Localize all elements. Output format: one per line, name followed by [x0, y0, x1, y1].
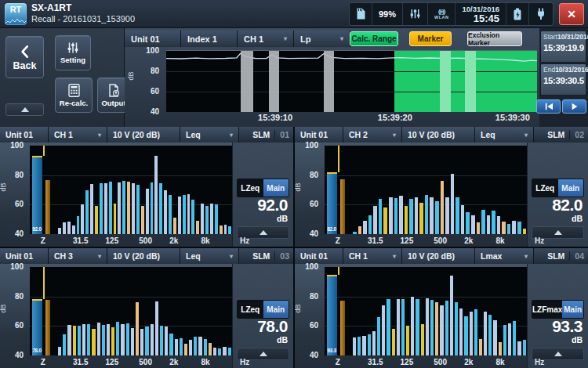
back-button[interactable]: Back — [5, 36, 44, 78]
quantity-value: Lp — [300, 34, 310, 44]
frequency-tick: 125 — [106, 358, 119, 366]
frequency-tick: 8k — [201, 358, 209, 366]
quantity-value: Leq — [186, 130, 201, 139]
frequency-tick: 125 — [401, 236, 414, 245]
spectrum-bar — [145, 327, 148, 355]
channel-dropdown[interactable]: CH 1 ▾ — [343, 248, 402, 264]
quantity-dropdown[interactable]: Leq ▾ — [180, 127, 239, 143]
main-tab[interactable]: Main — [562, 301, 583, 318]
spectrum-bar — [224, 225, 227, 234]
broadband-main-bar: 93.3 — [327, 275, 337, 355]
chevron-down-icon: ▾ — [230, 253, 233, 260]
slm-label: SLM — [547, 130, 569, 139]
marker-region — [324, 51, 334, 112]
spectrum-bar — [397, 299, 400, 356]
calc-range-button[interactable]: Calc. Range — [350, 31, 398, 46]
quantity-dropdown[interactable]: Leq ▾ — [475, 127, 534, 143]
level-unit: dB — [277, 335, 288, 345]
spectrum-bar — [196, 221, 199, 234]
recalc-button[interactable]: Re-calc. — [55, 78, 93, 113]
spectrum-bar — [377, 317, 380, 355]
chevron-down-icon: ▾ — [524, 132, 528, 139]
spectrum-bar — [368, 215, 372, 234]
close-button[interactable]: ✕ — [559, 3, 584, 25]
channel-dropdown[interactable]: CH 2 ▾ — [343, 127, 402, 143]
broadband-max-marker — [43, 146, 45, 156]
slm-number: 04 — [569, 251, 584, 261]
spectrum-bar — [451, 174, 455, 234]
spectrum-bar — [121, 324, 124, 355]
spectrum-bar — [180, 338, 183, 355]
main-tab[interactable]: Main — [263, 301, 289, 318]
slm-badge: SLM 03 — [252, 248, 293, 264]
spectrum-bar — [373, 206, 377, 234]
channel-dropdown[interactable]: CH 1 ▾ — [49, 127, 107, 143]
collapse-up-icon — [554, 352, 562, 356]
step-forward-button[interactable] — [562, 99, 586, 114]
spectrum-bar — [104, 183, 107, 234]
quantity-dropdown[interactable]: Lmax ▾ — [475, 248, 534, 264]
spectrum-bar — [198, 337, 201, 355]
spectrum-plot[interactable]: 82.0 — [325, 145, 528, 234]
channel-dropdown[interactable]: CH 3 ▾ — [49, 248, 107, 264]
y-tick: 60 — [15, 200, 24, 208]
channel-dropdown[interactable]: CH 1 ▾ — [238, 31, 294, 47]
spectrum-bar — [406, 326, 409, 355]
frequency-tick: 125 — [401, 358, 414, 366]
spectrum-bar — [488, 315, 492, 355]
quantity-dropdown[interactable]: Lp ▾ — [294, 31, 350, 47]
spectrum-bar — [58, 228, 61, 234]
spectrum-plot[interactable]: 92.0 — [30, 145, 233, 234]
control-and-timehistory-row: Back Setting Re-calc. — [0, 28, 588, 127]
quantity-dropdown[interactable]: Leq ▾ — [180, 248, 239, 264]
main-tab[interactable]: Main — [558, 179, 584, 197]
main-tab[interactable]: Main — [263, 179, 289, 197]
slm-panel: Unit 01 CH 1 ▾ 10 V (20 dB) Lmax ▾ SLM 0… — [295, 248, 588, 368]
calculator-icon — [68, 84, 80, 97]
end-label: End — [543, 66, 555, 74]
time-tick: 15:39:20 — [378, 113, 412, 122]
spectrum-bar — [507, 224, 511, 234]
spectrum-bar — [187, 194, 191, 234]
level-time-plot[interactable] — [166, 50, 537, 112]
index-label: Index 1 — [181, 31, 238, 47]
metric-tab[interactable]: LZeq — [238, 301, 263, 318]
spectrum-bar — [389, 197, 393, 234]
slm-number: 03 — [274, 251, 289, 261]
step-back-button[interactable] — [536, 99, 561, 114]
frequency-tick: 8k — [495, 358, 504, 366]
marker-button[interactable]: Marker — [409, 31, 452, 46]
spectrum-bar — [178, 197, 181, 234]
spectrum-bar — [136, 185, 140, 234]
metric-tab[interactable]: LZeq — [532, 179, 558, 197]
spectrum-bar — [169, 195, 172, 234]
spectrum-bar — [67, 325, 71, 355]
x-axis-unit: Hz — [535, 358, 544, 366]
chevron-down-icon: ▾ — [393, 253, 396, 260]
readout-tabs: LZFmax Main — [532, 300, 584, 319]
start-label: Start — [543, 33, 557, 41]
chevron-down-icon: ▾ — [98, 253, 101, 260]
setting-button[interactable]: Setting — [55, 35, 91, 70]
slm-panel: Unit 01 CH 1 ▾ 10 V (20 dB) Leq ▾ SLM 01… — [0, 127, 293, 247]
setting-label: Setting — [60, 56, 85, 64]
metric-tab[interactable]: LZeq — [238, 179, 263, 197]
spectrum-plot[interactable]: 93.3 — [325, 266, 528, 355]
spectrum-bar — [499, 342, 502, 355]
sidebar-collapse-button[interactable] — [5, 103, 44, 116]
exclusion-marker-button[interactable]: Exclusion Marker — [467, 31, 522, 46]
spectrum-plot[interactable]: 78.0 — [30, 266, 233, 355]
spectrum-bar — [213, 348, 216, 355]
spectrum-bar — [435, 302, 438, 355]
level-unit: dB — [572, 214, 583, 223]
spectrum-bar — [492, 211, 495, 234]
broadband-secondary-bar — [45, 300, 50, 355]
frequency-tick: 2k — [464, 236, 473, 245]
chevron-down-icon: ▾ — [284, 35, 287, 42]
spectrum-bar — [430, 197, 434, 234]
frequency-tick: Z — [41, 358, 45, 366]
spectrum-bar — [456, 197, 459, 234]
close-icon: ✕ — [567, 8, 576, 20]
frequency-tick: 2k — [464, 358, 473, 366]
metric-tab[interactable]: LZFmax — [532, 301, 562, 318]
